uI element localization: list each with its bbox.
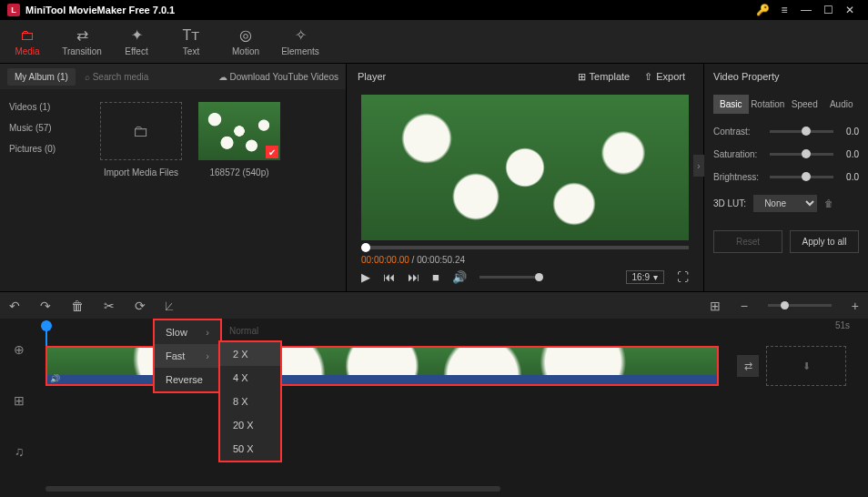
delete-icon[interactable]: 🗑: [71, 299, 84, 313]
clip-label: 168572 (540p): [198, 167, 280, 178]
import-media-button[interactable]: 🗀: [100, 102, 182, 160]
split-icon[interactable]: ✂: [104, 299, 115, 313]
export-button[interactable]: ⇧ Export: [637, 71, 692, 83]
fullscreen-icon[interactable]: ⛶: [677, 270, 689, 284]
fit-icon[interactable]: ⊞: [710, 299, 721, 313]
zoom-out-icon[interactable]: −: [741, 299, 748, 313]
menu-normal: Normal: [229, 326, 258, 336]
menu-fast[interactable]: Fast›: [155, 344, 220, 368]
tab-motion[interactable]: ◎Motion: [218, 20, 273, 63]
speed-20x[interactable]: 20 X: [220, 413, 280, 437]
tab-elements[interactable]: ✧Elements: [273, 20, 328, 63]
tab-effect[interactable]: ✦Effect: [109, 20, 164, 63]
speed-submenu: 2 X 4 X 8 X 20 X 50 X: [218, 340, 282, 462]
clip-audio-icon: 🔊: [50, 374, 60, 383]
audio-track-icon[interactable]: ♫: [0, 426, 38, 477]
speed-50x[interactable]: 50 X: [220, 437, 280, 461]
time-current: 00:00:00.00: [361, 255, 409, 265]
video-track-icon[interactable]: ⊞: [0, 375, 38, 426]
redo-icon[interactable]: ↷: [40, 299, 51, 313]
template-button[interactable]: ⊞ Template: [570, 71, 638, 83]
tab-rotation[interactable]: Rotation: [751, 95, 786, 114]
volume-icon[interactable]: 🔊: [452, 270, 467, 284]
crop-icon[interactable]: ⟀: [166, 299, 173, 313]
prev-icon[interactable]: ⏮: [383, 270, 395, 284]
main-toolbar: 🗀Media ⇄Transition ✦Effect TᴛText ◎Motio…: [0, 20, 868, 64]
upgrade-icon[interactable]: 🔑: [752, 4, 773, 16]
sidebar-pictures[interactable]: Pictures (0): [0, 138, 91, 159]
app-logo: L: [7, 4, 20, 16]
dropzone[interactable]: ⬇: [766, 346, 846, 386]
tab-transition[interactable]: ⇄Transition: [55, 20, 109, 63]
stop-icon[interactable]: ■: [432, 270, 439, 284]
scrub-bar[interactable]: [361, 246, 689, 249]
menu-reverse[interactable]: Reverse: [155, 368, 220, 391]
close-icon[interactable]: ✕: [839, 4, 861, 16]
sidebar-videos[interactable]: Videos (1): [0, 96, 91, 117]
expand-panel-icon[interactable]: ›: [693, 155, 704, 177]
zoom-in-icon[interactable]: +: [852, 299, 859, 313]
time-total: 00:00:50.24: [417, 255, 465, 265]
download-youtube[interactable]: ☁ Download YouTube Videos: [218, 72, 338, 82]
video-clip[interactable]: 🔊: [45, 346, 719, 386]
tab-media[interactable]: 🗀Media: [0, 20, 55, 63]
add-track-icon[interactable]: ⊕: [0, 324, 38, 375]
play-icon[interactable]: ▶: [361, 270, 370, 284]
speed-icon[interactable]: ⟳: [135, 299, 146, 313]
speed-4x[interactable]: 4 X: [220, 366, 280, 390]
brightness-slider[interactable]: [770, 176, 833, 178]
player-title: Player: [358, 71, 386, 82]
undo-icon[interactable]: ↶: [9, 299, 20, 313]
app-title: MiniTool MovieMaker Free 7.0.1: [25, 5, 752, 15]
speed-2x[interactable]: 2 X: [220, 342, 280, 366]
reset-button[interactable]: Reset: [713, 230, 782, 253]
apply-all-button[interactable]: Apply to all: [790, 230, 859, 253]
search-input[interactable]: Search media: [85, 72, 209, 82]
media-thumbnail[interactable]: [198, 102, 280, 160]
zoom-slider[interactable]: [768, 304, 832, 307]
import-label: Import Media Files: [100, 167, 182, 178]
lut-select[interactable]: None: [753, 195, 817, 212]
maximize-icon[interactable]: ☐: [817, 4, 839, 16]
saturation-slider[interactable]: [770, 153, 833, 156]
video-preview: [361, 95, 689, 240]
tab-speed[interactable]: Speed: [787, 95, 823, 114]
swap-icon[interactable]: ⇄: [737, 355, 759, 377]
sidebar-music[interactable]: Music (57): [0, 117, 91, 138]
next-icon[interactable]: ⏭: [408, 270, 419, 284]
tab-basic[interactable]: Basic: [713, 95, 749, 114]
tab-text[interactable]: TᴛText: [164, 20, 218, 63]
album-tab[interactable]: My Album (1): [7, 68, 76, 86]
minimize-icon[interactable]: —: [795, 4, 817, 16]
menu-icon[interactable]: ≡: [773, 4, 795, 16]
aspect-ratio[interactable]: 16:9▾: [626, 270, 664, 284]
volume-slider[interactable]: [479, 276, 543, 279]
speed-menu: Slow› Fast› Reverse: [153, 319, 222, 393]
menu-slow[interactable]: Slow›: [155, 320, 220, 344]
speed-8x[interactable]: 8 X: [220, 390, 280, 413]
timeline-scrollbar[interactable]: [45, 486, 500, 492]
delete-lut-icon[interactable]: 🗑: [824, 198, 833, 208]
props-title: Video Property: [713, 64, 859, 89]
contrast-slider[interactable]: [770, 130, 833, 133]
tab-audio[interactable]: Audio: [824, 95, 860, 114]
